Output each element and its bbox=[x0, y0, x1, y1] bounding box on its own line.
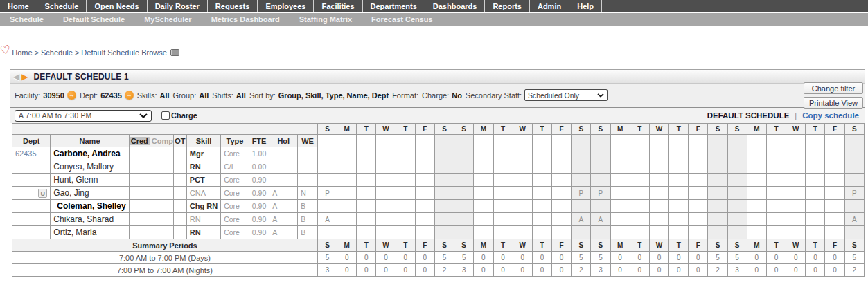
day-cell[interactable] bbox=[376, 200, 396, 213]
nav-item-admin[interactable]: Admin bbox=[530, 0, 569, 12]
day-cell[interactable] bbox=[669, 147, 689, 160]
day-cell[interactable] bbox=[396, 174, 415, 187]
day-cell[interactable]: A bbox=[591, 213, 610, 226]
day-cell[interactable] bbox=[806, 147, 825, 160]
previous-schedule-arrow-icon[interactable]: ◀ bbox=[13, 72, 19, 82]
day-cell[interactable] bbox=[474, 200, 493, 213]
day-cell[interactable] bbox=[591, 147, 610, 160]
day-cell[interactable] bbox=[337, 135, 357, 147]
day-cell[interactable] bbox=[786, 147, 806, 160]
day-cell[interactable] bbox=[376, 160, 396, 174]
day-cell[interactable] bbox=[649, 160, 668, 174]
day-cell[interactable] bbox=[766, 213, 786, 226]
change-filter-button[interactable]: Change filter bbox=[804, 82, 863, 94]
subnav-item-metrics-dashboard[interactable]: Metrics Dashboard bbox=[202, 13, 290, 26]
day-cell[interactable] bbox=[610, 147, 630, 160]
day-cell[interactable] bbox=[806, 200, 825, 213]
day-cell[interactable] bbox=[454, 174, 474, 187]
day-cell[interactable] bbox=[513, 135, 532, 147]
day-cell[interactable] bbox=[474, 160, 493, 174]
day-cell[interactable] bbox=[396, 135, 415, 147]
nav-item-schedule[interactable]: Schedule bbox=[37, 0, 87, 12]
day-cell[interactable]: A bbox=[844, 213, 864, 226]
day-cell[interactable] bbox=[747, 226, 766, 239]
day-cell[interactable] bbox=[786, 160, 806, 174]
day-cell[interactable] bbox=[493, 135, 513, 147]
day-cell[interactable] bbox=[786, 174, 806, 187]
day-cell[interactable] bbox=[766, 187, 786, 200]
day-cell[interactable] bbox=[747, 213, 766, 226]
day-cell[interactable] bbox=[357, 147, 376, 160]
day-cell[interactable] bbox=[376, 174, 396, 187]
day-cell[interactable] bbox=[396, 226, 415, 239]
day-cell[interactable] bbox=[357, 226, 376, 239]
day-cell[interactable] bbox=[513, 213, 532, 226]
day-cell[interactable] bbox=[610, 226, 630, 239]
day-cell[interactable] bbox=[825, 174, 844, 187]
nav-item-departments[interactable]: Departments bbox=[363, 0, 425, 12]
day-cell[interactable] bbox=[376, 187, 396, 200]
day-cell[interactable] bbox=[786, 226, 806, 239]
day-cell[interactable] bbox=[376, 135, 396, 147]
day-cell[interactable] bbox=[552, 226, 572, 239]
day-cell[interactable] bbox=[669, 200, 689, 213]
refresh-icon[interactable]: → bbox=[67, 91, 76, 100]
day-cell[interactable]: P bbox=[844, 187, 864, 200]
day-cell[interactable] bbox=[474, 213, 493, 226]
breadcrumb-link[interactable]: Home bbox=[12, 48, 32, 57]
day-cell[interactable] bbox=[689, 226, 708, 239]
day-cell[interactable] bbox=[610, 135, 630, 147]
day-cell[interactable] bbox=[513, 160, 532, 174]
day-cell[interactable] bbox=[513, 226, 532, 239]
day-cell[interactable] bbox=[766, 135, 786, 147]
day-cell[interactable] bbox=[317, 200, 337, 213]
day-cell[interactable]: A bbox=[317, 213, 337, 226]
day-cell[interactable] bbox=[806, 226, 825, 239]
day-cell[interactable] bbox=[649, 226, 668, 239]
day-cell[interactable] bbox=[513, 174, 532, 187]
day-cell[interactable] bbox=[474, 174, 493, 187]
day-cell[interactable] bbox=[766, 147, 786, 160]
day-cell[interactable] bbox=[630, 213, 649, 226]
day-cell[interactable] bbox=[434, 213, 454, 226]
nav-item-open-needs[interactable]: Open Needs bbox=[87, 0, 147, 12]
subnav-item-myscheduler[interactable]: MyScheduler bbox=[134, 13, 201, 26]
day-cell[interactable] bbox=[513, 187, 532, 200]
subnav-item-schedule[interactable]: Schedule bbox=[0, 13, 53, 26]
subnav-item-staffing-matrix[interactable]: Staffing Matrix bbox=[290, 13, 362, 26]
day-cell[interactable]: A bbox=[572, 213, 591, 226]
day-cell[interactable] bbox=[532, 226, 551, 239]
day-cell[interactable] bbox=[708, 160, 727, 174]
cred-label[interactable]: Cred bbox=[130, 137, 150, 145]
day-cell[interactable] bbox=[610, 160, 630, 174]
day-cell[interactable] bbox=[689, 160, 708, 174]
day-cell[interactable] bbox=[786, 213, 806, 226]
day-cell[interactable] bbox=[806, 174, 825, 187]
day-cell[interactable] bbox=[747, 187, 766, 200]
day-cell[interactable] bbox=[689, 135, 708, 147]
day-cell[interactable] bbox=[786, 200, 806, 213]
day-cell[interactable] bbox=[727, 226, 747, 239]
day-cell[interactable] bbox=[747, 200, 766, 213]
day-cell[interactable] bbox=[415, 213, 434, 226]
day-cell[interactable] bbox=[610, 213, 630, 226]
day-cell[interactable] bbox=[806, 187, 825, 200]
nav-item-help[interactable]: Help bbox=[569, 0, 602, 12]
day-cell[interactable] bbox=[649, 213, 668, 226]
day-cell[interactable] bbox=[572, 135, 591, 147]
day-cell[interactable] bbox=[532, 213, 551, 226]
day-cell[interactable] bbox=[493, 174, 513, 187]
unavailable-badge[interactable]: U bbox=[38, 189, 47, 198]
day-cell[interactable] bbox=[591, 200, 610, 213]
day-cell[interactable] bbox=[396, 147, 415, 160]
day-cell[interactable] bbox=[552, 147, 572, 160]
day-cell[interactable] bbox=[689, 147, 708, 160]
day-cell[interactable] bbox=[532, 160, 551, 174]
day-cell[interactable] bbox=[337, 226, 357, 239]
day-cell[interactable] bbox=[825, 213, 844, 226]
day-cell[interactable] bbox=[396, 187, 415, 200]
day-cell[interactable] bbox=[357, 200, 376, 213]
day-cell[interactable] bbox=[396, 213, 415, 226]
comp-label[interactable]: Comp bbox=[152, 137, 173, 145]
nav-item-home[interactable]: Home bbox=[0, 0, 37, 12]
